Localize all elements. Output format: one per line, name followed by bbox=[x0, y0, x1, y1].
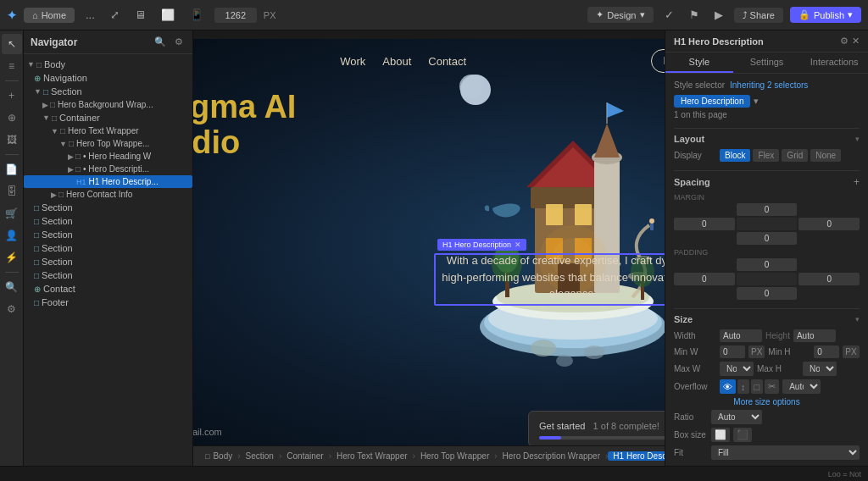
share-btn[interactable]: ⤴ Share bbox=[734, 8, 783, 23]
tree-hero-heading[interactable]: ▶ □ • Hero Heading W bbox=[24, 150, 192, 163]
min-w-input[interactable] bbox=[720, 346, 745, 358]
max-w-select[interactable]: None bbox=[720, 362, 754, 376]
design-btn[interactable]: ✦ Design ▾ bbox=[587, 7, 653, 23]
padding-right[interactable] bbox=[798, 273, 860, 285]
assets-tool[interactable]: 🖼 bbox=[2, 130, 22, 150]
rp-tab-interactions[interactable]: Interactions bbox=[800, 53, 868, 73]
crumb-h1[interactable]: H1 Hero Description bbox=[608, 451, 665, 461]
size-header[interactable]: Size ▾ bbox=[674, 314, 860, 324]
overflow-clip[interactable]: ✂ bbox=[765, 379, 779, 394]
crumb-hero-top[interactable]: Hero Top Wrapper bbox=[415, 451, 494, 461]
rp-tab-settings[interactable]: Settings bbox=[733, 53, 801, 73]
preview-btn[interactable]: ▶ bbox=[710, 7, 727, 23]
padding-center[interactable] bbox=[737, 273, 798, 285]
overflow-hidden[interactable]: □ bbox=[751, 379, 764, 394]
logic-tool[interactable]: ⚡ bbox=[2, 247, 22, 268]
max-h-select[interactable]: None bbox=[803, 362, 837, 376]
crumb-hero-text[interactable]: Hero Text Wrapper bbox=[331, 451, 413, 461]
ecom-tool[interactable]: 🛒 bbox=[2, 203, 22, 224]
cta-button[interactable]: Let's Talk bbox=[651, 49, 665, 73]
tree-section-2[interactable]: □ Section bbox=[24, 201, 192, 214]
boxsize-border[interactable]: ⬛ bbox=[733, 428, 752, 442]
seo-tool[interactable]: 🔍 bbox=[2, 277, 22, 297]
component-tool[interactable]: ⊕ bbox=[2, 108, 22, 128]
mobile-btn[interactable]: 📱 bbox=[186, 7, 208, 23]
nav-work[interactable]: Work bbox=[340, 55, 365, 68]
tree-section-1[interactable]: ▼ □ Section bbox=[24, 85, 192, 98]
layout-header[interactable]: Layout ▾ bbox=[674, 134, 860, 144]
spacing-add-btn[interactable]: + bbox=[854, 176, 860, 188]
crumb-body[interactable]: □ Body bbox=[200, 451, 237, 461]
badge-dropdown[interactable]: ▾ bbox=[754, 96, 759, 107]
margin-center[interactable] bbox=[737, 218, 798, 230]
home-tab[interactable]: ⌂ Home bbox=[24, 8, 75, 23]
overflow-scroll[interactable]: ↕ bbox=[737, 379, 749, 394]
ratio-select[interactable]: Auto bbox=[711, 410, 762, 424]
tree-hero-text[interactable]: ▼ □ Hero Text Wrapper bbox=[24, 124, 192, 137]
flag-btn[interactable]: ⚑ bbox=[685, 7, 704, 23]
tree-section-6[interactable]: □ Section bbox=[24, 255, 192, 268]
margin-top[interactable] bbox=[737, 203, 798, 216]
padding-bottom[interactable] bbox=[737, 287, 798, 300]
fit-select[interactable]: Fill Contain Cover bbox=[711, 445, 860, 460]
rp-tab-style[interactable]: Style bbox=[665, 53, 733, 73]
boxsize-content[interactable]: ⬜ bbox=[711, 428, 730, 442]
tree-navigation[interactable]: ⊕ Navigation bbox=[24, 71, 192, 85]
nav-contact[interactable]: Contact bbox=[428, 55, 466, 68]
tree-h1-hero[interactable]: H1 H1 Hero Descrip... bbox=[24, 175, 192, 188]
display-flex[interactable]: Flex bbox=[753, 149, 779, 162]
tree-hero-desc[interactable]: ▶ □ • Hero Descripti... bbox=[24, 163, 192, 175]
ellipsis-btn[interactable]: ... bbox=[81, 7, 99, 23]
tree-contact[interactable]: ⊕ Contact bbox=[24, 282, 192, 296]
tree-section-5[interactable]: □ Section bbox=[24, 241, 192, 255]
nav-settings-btn[interactable]: ⚙ bbox=[172, 36, 186, 48]
check-btn[interactable]: ✓ bbox=[660, 7, 678, 23]
rp-settings-btn[interactable]: ⚙ bbox=[840, 36, 849, 47]
tree-footer[interactable]: □ Footer bbox=[24, 296, 192, 309]
margin-left[interactable] bbox=[674, 218, 735, 230]
padding-left[interactable] bbox=[674, 273, 735, 285]
cursor-tool[interactable]: ↖ bbox=[2, 34, 22, 54]
tree-section-7[interactable]: □ Section bbox=[24, 268, 192, 282]
nav-search-btn[interactable]: 🔍 bbox=[152, 36, 169, 48]
pages-tool[interactable]: 📄 bbox=[2, 159, 22, 180]
tree-section-4[interactable]: □ Section bbox=[24, 228, 192, 241]
tree-section-3[interactable]: □ Section bbox=[24, 214, 192, 228]
crumb-section[interactable]: Section bbox=[241, 451, 279, 461]
padding-top[interactable] bbox=[737, 258, 798, 271]
navigator-tool[interactable]: ≡ bbox=[2, 56, 22, 76]
add-tool[interactable]: + bbox=[2, 86, 22, 106]
tree-container[interactable]: ▼ □ Container bbox=[24, 111, 192, 124]
crumb-hero-desc-wrapper[interactable]: Hero Description Wrapper bbox=[498, 451, 605, 461]
inheriting-text[interactable]: Inheriting 2 selectors bbox=[730, 80, 808, 90]
display-block[interactable]: Block bbox=[720, 149, 750, 162]
width-input[interactable] bbox=[214, 8, 257, 23]
crumb-container[interactable]: Container bbox=[281, 451, 328, 461]
tree-hero-bg[interactable]: ▶ □ Hero Background Wrap... bbox=[24, 98, 192, 111]
desktop-btn[interactable]: 🖥 bbox=[131, 7, 150, 23]
selector-badge[interactable]: Hero Description bbox=[674, 95, 750, 108]
tree-hero-top[interactable]: ▼ □ Hero Top Wrappe... bbox=[24, 137, 192, 150]
rp-close-btn[interactable]: ✕ bbox=[852, 36, 860, 47]
tree-body[interactable]: ▼ □ Body bbox=[24, 58, 192, 71]
cms-tool[interactable]: 🗄 bbox=[2, 181, 22, 202]
overflow-visible[interactable]: 👁 bbox=[720, 379, 736, 394]
margin-right[interactable] bbox=[798, 218, 860, 230]
height-input-field[interactable] bbox=[793, 329, 836, 342]
tree-hero-contact[interactable]: ▶ □ Hero Contact Info bbox=[24, 188, 192, 201]
width-input-field[interactable] bbox=[720, 329, 762, 342]
min-h-input[interactable] bbox=[814, 346, 839, 358]
display-grid[interactable]: Grid bbox=[782, 149, 808, 162]
display-none[interactable]: None bbox=[810, 149, 841, 162]
nav-about[interactable]: About bbox=[382, 55, 411, 68]
publish-btn[interactable]: 🔒 Publish ▾ bbox=[790, 7, 861, 23]
spacing-header[interactable]: Spacing + bbox=[674, 176, 860, 188]
more-size-options[interactable]: More size options bbox=[674, 397, 860, 406]
expand-btn[interactable]: ⤢ bbox=[106, 7, 124, 23]
settings-tool[interactable]: ⚙ bbox=[2, 299, 22, 319]
margin-bottom[interactable] bbox=[737, 232, 798, 245]
svg-rect-34 bbox=[650, 224, 654, 230]
users-tool[interactable]: 👤 bbox=[2, 225, 22, 246]
overflow-select[interactable]: Auto bbox=[782, 379, 821, 394]
tablet-btn[interactable]: ⬜ bbox=[157, 7, 179, 23]
